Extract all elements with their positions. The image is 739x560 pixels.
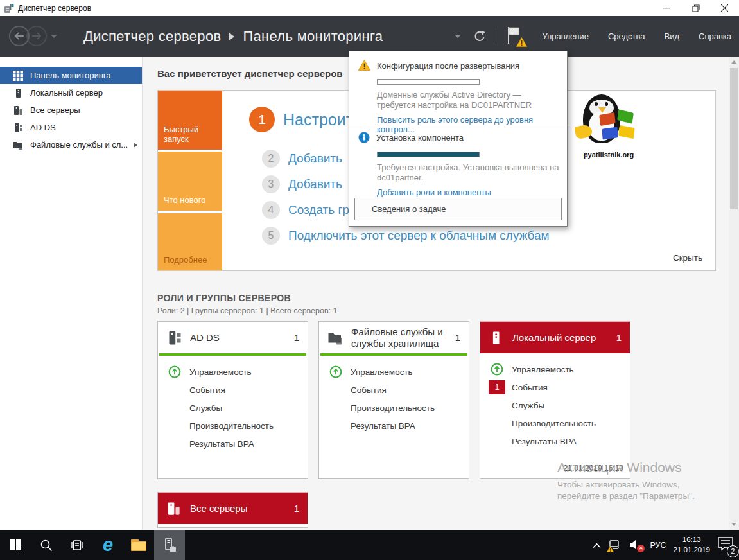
sidebar-item-label: AD DS: [30, 123, 56, 132]
card-title: Локальный сервер: [512, 332, 596, 343]
step-configure-server[interactable]: 1 Настроить: [249, 107, 361, 132]
mute-x-icon: ✕: [637, 545, 645, 552]
hide-link[interactable]: Скрыть: [673, 253, 702, 263]
card-row-manageability[interactable]: Управляемость: [480, 360, 630, 378]
sidebar-item-dashboard[interactable]: Панель мониторинга: [0, 67, 142, 84]
notification-feature-installation: Установка компонента Требуется настройка…: [358, 132, 559, 197]
step-number: 4: [262, 201, 280, 219]
card-row-events[interactable]: События: [158, 381, 308, 399]
row-label: Службы: [189, 403, 222, 413]
sidebar-item-label: Все серверы: [30, 105, 80, 115]
forward-button[interactable]: [26, 26, 47, 46]
sidebar-item-ad-ds[interactable]: AD DS: [0, 119, 142, 136]
step-connect-cloud[interactable]: 5 Подключить этот сервер к облачным служ…: [262, 227, 550, 245]
tab-quick-start[interactable]: Быстрый запуск: [158, 91, 222, 150]
sidebar-item-all-servers[interactable]: Все серверы: [0, 101, 142, 119]
card-row-bpa[interactable]: Результаты BPA: [158, 435, 308, 453]
app-icon: [4, 3, 14, 13]
watermark-line: перейдите в раздел "Параметры".: [557, 491, 731, 501]
card-row-events[interactable]: 1 События: [480, 378, 630, 396]
progress-bar: [377, 152, 480, 157]
card-row-bpa[interactable]: Результаты BPA: [319, 417, 469, 435]
card-count: 1: [455, 332, 460, 343]
card-header[interactable]: Файловые службы и службы хранилища 1: [319, 322, 469, 353]
language-indicator[interactable]: РУС: [650, 541, 666, 550]
expand-arrow-icon[interactable]: [134, 143, 137, 148]
start-button[interactable]: [0, 530, 31, 560]
progress-fill: [378, 152, 479, 157]
card-row-events[interactable]: События: [319, 381, 469, 399]
scroll-up-icon[interactable]: [731, 60, 736, 64]
minimize-button[interactable]: [652, 0, 681, 16]
tray-chevron-icon[interactable]: [593, 539, 601, 551]
breadcrumb-root[interactable]: Диспетчер серверов: [83, 28, 221, 45]
step-create-group[interactable]: 4 Создать гр: [262, 201, 349, 219]
sidebar-item-local-server[interactable]: Локальный сервер: [0, 84, 142, 101]
card-row-services[interactable]: Службы: [158, 399, 308, 417]
tab-whats-new[interactable]: Что нового: [158, 152, 222, 211]
add-roles-features-link[interactable]: Добавить роли и компоненты: [377, 188, 559, 197]
welcome-tabs: Быстрый запуск Что нового Подробнее: [158, 91, 222, 270]
menu-help[interactable]: Справка: [697, 29, 733, 44]
close-button[interactable]: [710, 0, 739, 16]
menu-view[interactable]: Вид: [663, 29, 681, 44]
menu-tools[interactable]: Средства: [607, 29, 647, 44]
internet-explorer-button[interactable]: e: [92, 530, 123, 560]
server-manager-button[interactable]: [154, 530, 185, 560]
card-row-bpa[interactable]: Результаты BPA: [480, 432, 630, 450]
sidebar-item-file-services[interactable]: Файловые службы и сл...: [0, 136, 142, 153]
restore-button[interactable]: [681, 0, 710, 16]
row-label: События: [189, 385, 225, 395]
role-card-all-servers: Все серверы 1: [157, 492, 308, 528]
tab-label: Что нового: [164, 195, 205, 205]
card-row-performance[interactable]: Производительность: [319, 399, 469, 417]
card-row-manageability[interactable]: Управляемость: [319, 363, 469, 381]
tab-learn-more[interactable]: Подробнее: [158, 213, 222, 270]
row-label: Управляемость: [189, 367, 252, 377]
step-label: Создать гр: [288, 203, 349, 217]
refresh-icon[interactable]: [473, 30, 487, 44]
card-row-performance[interactable]: Производительность: [480, 414, 630, 432]
breadcrumb-page: Панель мониторинга: [243, 28, 383, 45]
network-icon[interactable]: [608, 539, 622, 551]
server-manager-window: Диспетчер серверов Диспетчер серверов: [0, 0, 739, 560]
step-label: Подключить этот сервер к облачным служба…: [288, 229, 550, 243]
card-header[interactable]: Все серверы 1: [158, 493, 308, 524]
search-button[interactable]: [31, 530, 62, 560]
action-center-button[interactable]: 2: [717, 536, 736, 555]
card-count: 1: [294, 503, 299, 514]
penguin-windows-logo: pyatilistnik.org: [574, 94, 643, 166]
system-tray: ✕ РУС 16:13 21.01.2019 2: [593, 530, 736, 560]
breadcrumb: Диспетчер серверов Панель мониторинга: [83, 28, 383, 45]
file-explorer-button[interactable]: [123, 530, 154, 560]
ad-ds-icon: [166, 330, 183, 346]
notification-title: Конфигурация после развертывания: [377, 60, 519, 71]
folder-icon: [131, 539, 146, 551]
notification-post-deployment: Конфигурация после развертывания Доменны…: [358, 60, 559, 134]
volume-muted-icon[interactable]: ✕: [629, 539, 643, 552]
scroll-down-icon[interactable]: [731, 523, 736, 526]
task-details-button[interactable]: Сведения о задаче: [354, 198, 562, 220]
card-header[interactable]: AD DS 1: [158, 322, 308, 353]
window-controls: [652, 0, 739, 16]
clock[interactable]: 16:13 21.01.2019: [673, 535, 710, 555]
notifications-flag-button[interactable]: [507, 26, 525, 47]
card-title: Все серверы: [190, 503, 247, 514]
card-row-performance[interactable]: Производительность: [158, 417, 308, 435]
file-services-icon: [327, 330, 344, 346]
vertical-scrollbar[interactable]: [729, 57, 739, 530]
menu-manage[interactable]: Управление: [541, 29, 590, 44]
nav-history-dropdown-icon[interactable]: [51, 35, 57, 38]
card-row-services[interactable]: Службы: [480, 396, 630, 414]
sidebar: Панель мониторинга Локальный сервер Все …: [0, 57, 143, 530]
server-manager-icon: [161, 537, 178, 554]
card-row-manageability[interactable]: Управляемость: [158, 363, 308, 381]
step-add-roles[interactable]: 2 Добавить: [262, 150, 342, 168]
card-header[interactable]: Локальный сервер 1: [480, 322, 630, 353]
row-label: Результаты BPA: [189, 439, 254, 449]
scrollbar-thumb[interactable]: [730, 68, 738, 209]
toolbar-dropdown-icon[interactable]: [455, 35, 461, 38]
task-view-button[interactable]: [62, 530, 92, 560]
step-add-servers[interactable]: 3 Добавить: [262, 175, 342, 193]
file-services-icon: [13, 139, 24, 150]
